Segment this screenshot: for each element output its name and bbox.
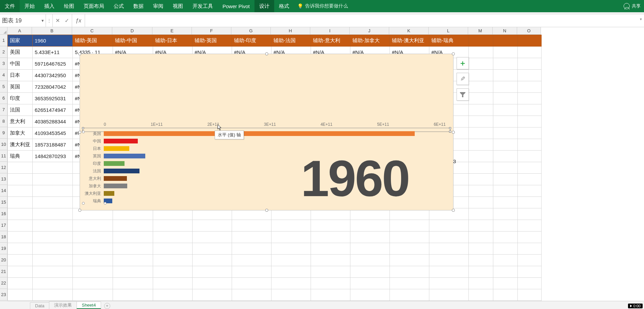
bar-row[interactable]: 中国 bbox=[104, 139, 446, 144]
cell[interactable] bbox=[493, 81, 518, 93]
cell[interactable] bbox=[193, 255, 232, 266]
cell[interactable] bbox=[232, 289, 271, 301]
row-header-10[interactable]: 10 bbox=[0, 139, 7, 150]
cell[interactable] bbox=[518, 278, 542, 289]
cell[interactable] bbox=[469, 35, 493, 47]
ribbon-tab-公式[interactable]: 公式 bbox=[109, 0, 129, 12]
cell[interactable] bbox=[33, 185, 73, 197]
cell[interactable] bbox=[493, 289, 518, 301]
cell[interactable] bbox=[469, 243, 493, 255]
row-header-12[interactable]: 12 bbox=[0, 162, 7, 173]
cell[interactable] bbox=[8, 278, 33, 289]
row-header-17[interactable]: 17 bbox=[0, 220, 7, 231]
cell[interactable] bbox=[493, 220, 518, 231]
cell[interactable] bbox=[469, 70, 493, 81]
cell[interactable]: 瑞典 bbox=[8, 151, 33, 162]
cell[interactable] bbox=[232, 278, 271, 289]
cell[interactable] bbox=[429, 278, 469, 289]
cell[interactable]: 40385288344 bbox=[33, 116, 73, 127]
cell[interactable]: 44307342950 bbox=[33, 70, 73, 81]
cell[interactable]: 18573188487 bbox=[33, 139, 73, 151]
cell[interactable] bbox=[232, 255, 271, 266]
select-all-corner[interactable] bbox=[0, 27, 7, 35]
cell[interactable] bbox=[33, 255, 73, 266]
cell[interactable]: 英国 bbox=[8, 81, 33, 93]
cell[interactable]: 印度 bbox=[8, 93, 33, 104]
row-header-6[interactable]: 6 bbox=[0, 92, 7, 104]
ribbon-tab-数据[interactable]: 数据 bbox=[129, 0, 148, 12]
cell[interactable] bbox=[469, 104, 493, 116]
cell[interactable] bbox=[8, 266, 33, 278]
cell[interactable]: 澳大利亚 bbox=[8, 139, 33, 151]
bar-rect[interactable] bbox=[104, 191, 114, 196]
cell[interactable] bbox=[493, 70, 518, 81]
cell[interactable] bbox=[350, 231, 390, 243]
cell[interactable] bbox=[518, 139, 542, 151]
cell[interactable] bbox=[8, 185, 33, 197]
cell[interactable] bbox=[8, 289, 33, 301]
cell[interactable] bbox=[493, 35, 518, 47]
cell[interactable]: 59716467625 bbox=[33, 58, 73, 70]
formula-expand-icon[interactable]: ▾ bbox=[640, 17, 642, 21]
cell[interactable] bbox=[8, 208, 33, 220]
cell[interactable] bbox=[271, 231, 311, 243]
cell[interactable] bbox=[469, 127, 493, 139]
cell[interactable] bbox=[113, 278, 153, 289]
cell[interactable] bbox=[493, 197, 518, 208]
cell[interactable] bbox=[469, 47, 493, 58]
formula-input[interactable]: ▾ bbox=[85, 14, 644, 27]
cell[interactable] bbox=[33, 208, 73, 220]
cell[interactable] bbox=[153, 231, 193, 243]
cell[interactable] bbox=[271, 266, 311, 278]
cell[interactable] bbox=[8, 220, 33, 231]
cell[interactable] bbox=[232, 243, 271, 255]
cell[interactable] bbox=[518, 151, 542, 162]
row-header-23[interactable]: 23 bbox=[0, 289, 7, 301]
cell[interactable]: 辅助-澳大利亚 bbox=[390, 35, 429, 47]
cell[interactable] bbox=[193, 243, 232, 255]
cell[interactable] bbox=[469, 289, 493, 301]
col-header-I[interactable]: I bbox=[310, 27, 350, 35]
cell[interactable] bbox=[311, 266, 350, 278]
cell[interactable] bbox=[518, 162, 542, 174]
cell[interactable]: 辅助-法国 bbox=[271, 35, 311, 47]
cell[interactable] bbox=[33, 243, 73, 255]
cell[interactable] bbox=[493, 174, 518, 185]
cell[interactable] bbox=[518, 116, 542, 127]
cell[interactable] bbox=[33, 231, 73, 243]
cell[interactable] bbox=[518, 266, 542, 278]
cell[interactable] bbox=[232, 220, 271, 231]
cell[interactable] bbox=[390, 255, 429, 266]
cell[interactable]: 国家 bbox=[8, 35, 33, 47]
cell[interactable] bbox=[33, 266, 73, 278]
cell[interactable] bbox=[350, 278, 390, 289]
cell[interactable]: 辅助-中国 bbox=[113, 35, 153, 47]
col-header-B[interactable]: B bbox=[32, 27, 72, 35]
cell[interactable]: 1960 bbox=[33, 35, 73, 47]
cell[interactable] bbox=[493, 127, 518, 139]
cell[interactable] bbox=[311, 220, 350, 231]
cell[interactable] bbox=[518, 243, 542, 255]
row-header-20[interactable]: 20 bbox=[0, 254, 7, 266]
cell[interactable] bbox=[8, 231, 33, 243]
resize-handle-e[interactable] bbox=[452, 131, 455, 134]
row-header-5[interactable]: 5 bbox=[0, 81, 7, 92]
cell[interactable] bbox=[8, 243, 33, 255]
cell[interactable] bbox=[518, 81, 542, 93]
cell[interactable]: 72328047042 bbox=[33, 81, 73, 93]
cell[interactable] bbox=[73, 278, 113, 289]
chart-filters-button[interactable] bbox=[457, 88, 469, 101]
cell[interactable] bbox=[518, 174, 542, 185]
cell[interactable] bbox=[518, 255, 542, 266]
plot-handle[interactable] bbox=[104, 202, 106, 205]
grid[interactable]: ABCDEFGHIJKLMNO 123456789101112131415161… bbox=[0, 27, 644, 301]
bar-rect[interactable] bbox=[104, 154, 145, 158]
cell[interactable]: 加拿大 bbox=[8, 127, 33, 139]
cell[interactable]: 辅助-英国 bbox=[193, 35, 232, 47]
cell[interactable] bbox=[73, 220, 113, 231]
resize-handle-nw[interactable] bbox=[78, 52, 81, 55]
row-header-4[interactable]: 4 bbox=[0, 69, 7, 81]
cell[interactable] bbox=[73, 266, 113, 278]
cell[interactable] bbox=[518, 47, 542, 58]
cell[interactable] bbox=[493, 278, 518, 289]
